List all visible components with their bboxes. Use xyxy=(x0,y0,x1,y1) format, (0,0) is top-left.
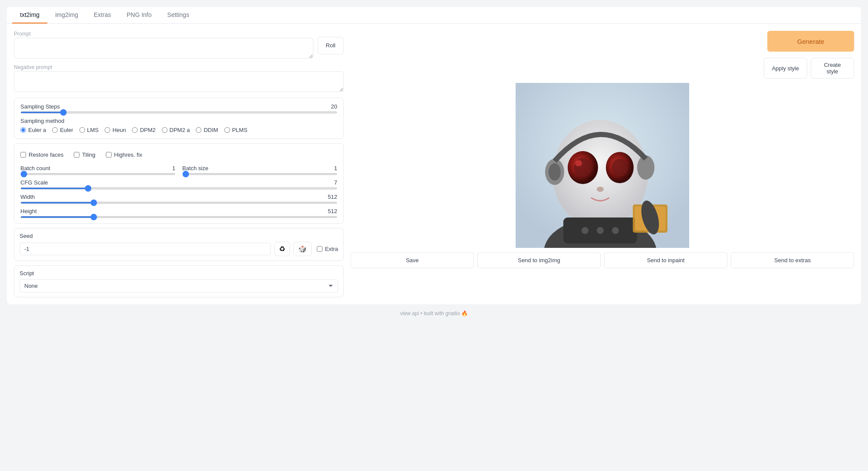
radio-heun-input[interactable] xyxy=(105,127,110,133)
save-button[interactable]: Save xyxy=(351,252,474,268)
radio-lms-input[interactable] xyxy=(79,127,85,133)
script-section: Script None xyxy=(14,265,344,297)
radio-euler-input[interactable] xyxy=(52,127,58,133)
height-row: Height 512 xyxy=(20,208,337,218)
height-slider[interactable] xyxy=(20,216,337,218)
radio-heun[interactable]: Heun xyxy=(105,127,126,133)
restore-faces-label: Restore faces xyxy=(29,152,63,158)
seed-extra-button[interactable]: 🎲 xyxy=(293,242,312,256)
batch-size-slider[interactable] xyxy=(182,173,337,175)
radio-dpm2a-input[interactable] xyxy=(162,127,168,133)
generated-image-container xyxy=(351,83,854,248)
tiling-label: Tiling xyxy=(82,152,95,158)
svg-point-15 xyxy=(597,227,604,234)
seed-section: Seed -1 ♻ 🎲 Extra xyxy=(14,228,344,261)
tab-extras[interactable]: Extras xyxy=(86,7,119,23)
seed-inner: -1 ♻ 🎲 Extra xyxy=(20,242,338,256)
radio-euler-a[interactable]: Euler a xyxy=(20,127,46,133)
style-buttons: Apply style Create style xyxy=(764,58,854,79)
svg-point-14 xyxy=(582,227,589,234)
batch-count-col: Batch count 1 xyxy=(20,165,175,175)
sampling-method-radio-group: Euler a Euler LMS Heun xyxy=(20,127,337,133)
restore-faces-input[interactable] xyxy=(20,152,26,158)
radio-plms-label: PLMS xyxy=(232,127,247,133)
radio-plms[interactable]: PLMS xyxy=(224,127,247,133)
radio-euler-a-input[interactable] xyxy=(20,127,26,133)
radio-dpm2[interactable]: DPM2 xyxy=(132,127,155,133)
sampling-steps-row: Sampling Steps 20 xyxy=(20,103,337,113)
seed-input[interactable]: -1 xyxy=(20,243,271,255)
footer-text: view api • built with gradio 🔥 xyxy=(400,310,468,316)
cfg-scale-row: CFG Scale 7 xyxy=(20,179,337,189)
send-img2img-button[interactable]: Send to img2img xyxy=(477,252,601,268)
apply-style-button[interactable]: Apply style xyxy=(764,58,807,79)
script-select[interactable]: None xyxy=(20,279,338,293)
svg-point-5 xyxy=(549,163,561,181)
generated-image-svg xyxy=(351,83,854,248)
radio-dpm2a-label: DPM2 a xyxy=(170,127,190,133)
prompt-area: Prompt xyxy=(14,31,313,60)
send-extras-button[interactable]: Send to extras xyxy=(731,252,854,268)
sampling-steps-section: Sampling Steps 20 Sampling method Euler … xyxy=(14,98,344,139)
radio-euler-label: Euler xyxy=(60,127,73,133)
right-panel: Generate Apply style Create style xyxy=(351,31,854,297)
width-slider[interactable] xyxy=(20,202,337,204)
sampling-steps-slider[interactable] xyxy=(20,112,337,113)
tab-settings[interactable]: Settings xyxy=(159,7,197,23)
tiling-input[interactable] xyxy=(74,152,79,158)
action-buttons: Save Send to img2img Send to inpaint Sen… xyxy=(351,252,854,268)
generate-button[interactable]: Generate xyxy=(767,31,854,52)
tab-txt2img[interactable]: txt2img xyxy=(12,7,47,23)
batch-size-col: Batch size 1 xyxy=(182,165,337,175)
svg-point-11 xyxy=(612,159,628,176)
highres-fix-checkbox[interactable]: Highres. fix xyxy=(106,152,142,158)
tiling-checkbox[interactable]: Tiling xyxy=(74,152,95,158)
right-top-buttons: Generate Apply style Create style xyxy=(351,31,854,79)
tab-img2img[interactable]: img2img xyxy=(47,7,86,23)
highres-fix-input[interactable] xyxy=(106,152,112,158)
highres-fix-label: Highres. fix xyxy=(114,152,142,158)
roll-button[interactable]: Roll xyxy=(318,37,344,54)
tabs-bar: txt2img img2img Extras PNG Info Settings xyxy=(7,7,861,24)
svg-point-12 xyxy=(597,187,604,192)
prompt-section: Prompt Roll xyxy=(14,31,344,60)
script-label: Script xyxy=(20,270,34,277)
create-style-button[interactable]: Create style xyxy=(811,58,854,79)
svg-point-9 xyxy=(575,160,582,166)
negative-prompt-area: Negative prompt xyxy=(14,64,344,93)
radio-ddim-label: DDIM xyxy=(204,127,218,133)
cfg-scale-slider[interactable] xyxy=(20,188,337,189)
batch-row: Batch count 1 Batch size 1 xyxy=(20,165,337,175)
extra-label: Extra xyxy=(325,246,338,252)
radio-lms-label: LMS xyxy=(87,127,99,133)
sampling-method-label: Sampling method xyxy=(20,118,337,124)
send-inpaint-button[interactable]: Send to inpaint xyxy=(604,252,727,268)
extra-input[interactable] xyxy=(317,246,322,252)
radio-ddim[interactable]: DDIM xyxy=(196,127,218,133)
radio-ddim-input[interactable] xyxy=(196,127,201,133)
negative-prompt-section: Negative prompt xyxy=(14,64,344,93)
negative-prompt-input[interactable] xyxy=(14,71,344,92)
radio-dpm2a[interactable]: DPM2 a xyxy=(162,127,190,133)
footer: view api • built with gradio 🔥 xyxy=(7,304,861,323)
checkboxes-section: Restore faces Tiling Highres. fix xyxy=(14,143,344,224)
radio-dpm2-label: DPM2 xyxy=(140,127,155,133)
sampling-method-section: Sampling method Euler a Euler LMS xyxy=(20,118,337,133)
extra-checkbox[interactable]: Extra xyxy=(317,246,338,252)
radio-heun-label: Heun xyxy=(112,127,126,133)
width-row: Width 512 xyxy=(20,194,337,204)
tab-png-info[interactable]: PNG Info xyxy=(119,7,160,23)
svg-point-6 xyxy=(637,155,654,180)
radio-euler[interactable]: Euler xyxy=(52,127,73,133)
checkbox-row: Restore faces Tiling Highres. fix xyxy=(20,149,337,161)
radio-dpm2-input[interactable] xyxy=(132,127,138,133)
restore-faces-checkbox[interactable]: Restore faces xyxy=(20,152,63,158)
seed-recycle-button[interactable]: ♻ xyxy=(274,242,290,256)
batch-count-slider[interactable] xyxy=(20,173,175,175)
radio-plms-input[interactable] xyxy=(224,127,230,133)
seed-label: Seed xyxy=(20,233,338,239)
radio-lms[interactable]: LMS xyxy=(79,127,99,133)
svg-point-16 xyxy=(612,227,619,234)
prompt-input[interactable] xyxy=(14,38,313,59)
left-panel: Prompt Roll Negative prompt Sampling Ste… xyxy=(14,31,344,297)
